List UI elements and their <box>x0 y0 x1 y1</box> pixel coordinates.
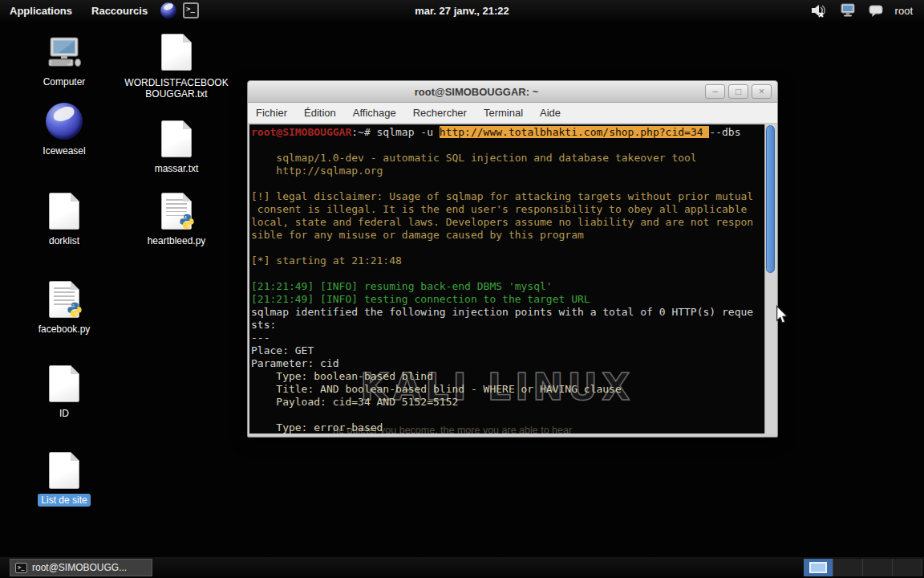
desktop-icon-dorklist[interactable]: dorklist <box>4 193 124 246</box>
desktop-icon-computer[interactable]: Computer <box>4 34 124 88</box>
text-file-icon <box>44 452 84 490</box>
desktop-icon-heartbleed-py[interactable]: heartbleed.py <box>116 193 237 246</box>
desktop-icon-iceweasel[interactable]: Iceweasel <box>4 103 124 157</box>
menu-fichier[interactable]: Fichier <box>256 107 287 119</box>
computer-icon <box>44 34 84 72</box>
desktop-icon-facebook-py[interactable]: facebook.py <box>4 281 124 335</box>
python-file-icon <box>156 193 197 231</box>
globe-icon <box>160 2 176 18</box>
python-file-icon <box>44 281 84 320</box>
workspace-switcher <box>804 559 922 576</box>
volume-muted-icon[interactable] <box>810 2 828 18</box>
desktop-icon-massar-txt[interactable]: massar.txt <box>116 120 237 174</box>
icon-label: Computer <box>4 76 124 88</box>
terminal-scrollbar[interactable] <box>764 124 776 434</box>
terminal-menubar: Fichier Édition Affichage Rechercher Ter… <box>248 103 777 124</box>
workspace-2[interactable] <box>833 559 863 576</box>
terminal-icon: >_ <box>183 2 199 18</box>
workspace-1[interactable] <box>804 559 833 576</box>
system-tray: root <box>810 2 924 18</box>
notification-bubble-icon[interactable] <box>868 3 884 18</box>
menu-rechercher[interactable]: Rechercher <box>413 107 467 119</box>
clock[interactable]: mar. 27 janv., 21:22 <box>415 5 509 17</box>
maximize-button[interactable]: □ <box>728 84 748 99</box>
scrollbar-thumb[interactable] <box>766 125 775 273</box>
iceweasel-globe-icon <box>44 103 84 141</box>
terminal-launcher[interactable]: >_ <box>183 2 199 18</box>
icon-label: ID <box>4 408 124 419</box>
places-menu[interactable]: Raccourcis <box>82 0 157 21</box>
icon-label: Iceweasel <box>4 145 124 157</box>
text-file-icon <box>156 34 197 72</box>
mouse-cursor <box>775 305 789 324</box>
window-controls: – □ × <box>705 84 777 99</box>
applications-menu[interactable]: Applications <box>0 0 82 21</box>
menu-affichage[interactable]: Affichage <box>353 107 396 119</box>
text-file-icon <box>156 120 197 159</box>
desktop: Applications Raccourcis >_ mar. 27 janv.… <box>0 0 924 578</box>
close-button[interactable]: × <box>752 84 772 99</box>
desktop-icon-wordlist-txt[interactable]: WORDLISTFACEBOOKBOUGGAR.txt <box>116 34 237 100</box>
workspace-4[interactable] <box>893 559 922 576</box>
window-titlebar[interactable]: root@SIMOBOUGGAR: ~ – □ × <box>248 81 777 103</box>
text-file-icon <box>44 193 84 231</box>
tray-username[interactable]: root <box>895 5 913 17</box>
window-title: root@SIMOBOUGGAR: ~ <box>248 86 705 98</box>
icon-label: WORDLISTFACEBOOKBOUGGAR.txt <box>116 76 237 100</box>
terminal-viewport[interactable]: KALI LINUX he quieter you become, the mo… <box>249 124 776 434</box>
terminal-window: root@SIMOBOUGGAR: ~ – □ × Fichier Éditio… <box>247 80 778 438</box>
menu-terminal[interactable]: Terminal <box>484 107 523 119</box>
desktop-icon-list-de-site[interactable]: List de site <box>4 452 124 506</box>
taskbar-terminal-button[interactable]: >_ root@SIMOBOUGG... <box>10 559 152 576</box>
top-panel: Applications Raccourcis >_ mar. 27 janv.… <box>0 0 924 21</box>
text-file-icon <box>44 365 84 404</box>
icon-label: heartbleed.py <box>116 235 237 246</box>
terminal-icon: >_ <box>15 563 27 573</box>
icon-label: massar.txt <box>116 163 237 174</box>
bottom-panel: >_ root@SIMOBOUGG... <box>0 557 924 578</box>
minimize-button[interactable]: – <box>705 84 725 99</box>
desktop-icon-id[interactable]: ID <box>4 365 124 419</box>
workspace-window-preview <box>809 562 827 573</box>
icon-label: dorklist <box>4 235 124 246</box>
display-settings-icon[interactable] <box>839 2 857 18</box>
menu-edition[interactable]: Édition <box>304 107 336 119</box>
terminal-output: root@SIMOBOUGGAR:~# sqlmap -u http://www… <box>251 126 763 434</box>
iceweasel-launcher[interactable] <box>160 2 176 18</box>
icon-label: facebook.py <box>4 324 124 335</box>
icon-label-selected: List de site <box>4 495 124 506</box>
taskbar-button-label: root@SIMOBOUGG... <box>32 562 127 573</box>
workspace-3[interactable] <box>863 559 893 576</box>
menu-aide[interactable]: Aide <box>540 107 561 119</box>
